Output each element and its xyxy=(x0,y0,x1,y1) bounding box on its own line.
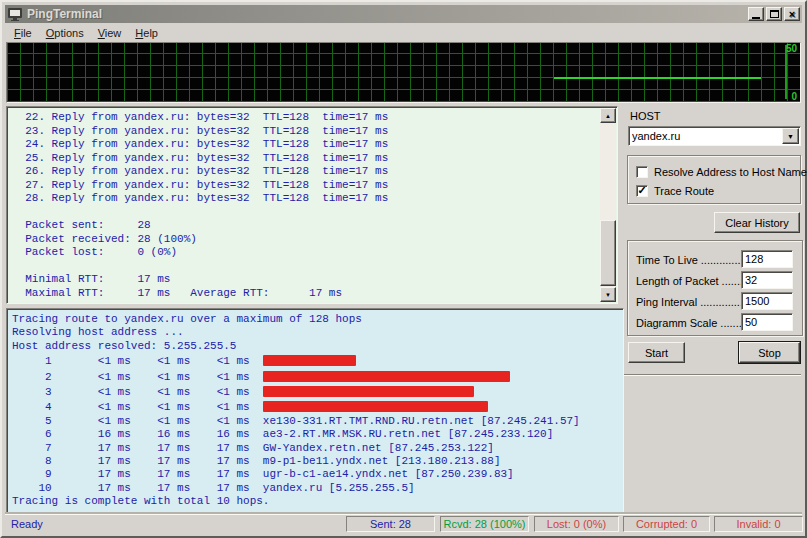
field-row: Diagramm Scale ......... xyxy=(636,312,802,333)
ping-graph-trace xyxy=(554,77,761,79)
host-input[interactable] xyxy=(632,129,780,143)
trace-output-text: Tracing route to yandex.ru over a maximu… xyxy=(12,313,620,512)
trace-line-text: 5 <1 ms <1 ms <1 ms xe130-331.RT.TMT.RND… xyxy=(12,415,580,427)
redaction-bar xyxy=(263,386,474,397)
menu-bar: FileOptionsViewHelp xyxy=(5,24,802,42)
chevron-down-icon: ▼ xyxy=(787,133,794,140)
clear-history-label: Clear History xyxy=(725,217,789,229)
status-bar: Ready Sent: 28Rcvd: 28 (100%)Lost: 0 (0%… xyxy=(5,514,802,533)
trace-line-text: 4 <1 ms <1 ms <1 ms xyxy=(12,401,263,413)
close-icon: × xyxy=(789,9,795,20)
maximize-button[interactable] xyxy=(766,7,782,21)
field-row: Time To Live ............... xyxy=(636,249,802,270)
options-groupbox: Resolve Address to Host Name✓Trace Route xyxy=(627,155,801,204)
trace-line-text: 9 17 ms 17 ms 17 ms ugr-b-c1-ae14.yndx.n… xyxy=(12,468,514,480)
graph-scale-max: 50 xyxy=(786,43,797,54)
trace-line: 10 17 ms 17 ms 17 ms yandex.ru [5.255.25… xyxy=(12,482,620,495)
status-panel-sent: Sent: 28 xyxy=(346,516,435,532)
field-label: Ping Interval ............... xyxy=(636,296,746,308)
trace-line-text: 3 <1 ms <1 ms <1 ms xyxy=(12,386,263,398)
trace-line: 4 <1 ms <1 ms <1 ms xyxy=(12,399,620,414)
checkbox-row-trace-route[interactable]: ✓Trace Route xyxy=(636,181,800,200)
checkbox-checked-icon[interactable]: ✓ xyxy=(636,185,648,197)
stop-button[interactable]: Stop xyxy=(739,342,800,363)
status-panel-rcvd: Rcvd: 28 (100%) xyxy=(440,516,529,532)
trace-line-text: 8 17 ms 17 ms 17 ms m9-p1-be11.yndx.net … xyxy=(12,455,500,467)
trace-line-text: 10 17 ms 17 ms 17 ms yandex.ru [5.255.25… xyxy=(12,482,415,494)
scroll-down-button[interactable]: ▼ xyxy=(600,287,616,302)
title-bar[interactable]: PingTerminal × xyxy=(5,5,802,23)
trace-line: Tracing is complete with total 10 hops. xyxy=(12,495,620,508)
redaction-bar xyxy=(263,371,510,382)
field-row: Ping Interval ............... xyxy=(636,291,802,312)
trace-line-text: 2 <1 ms <1 ms <1 ms xyxy=(12,371,263,383)
checkbox-label: Trace Route xyxy=(654,185,714,197)
ping-output-scrollbar[interactable]: ▲ ▼ xyxy=(600,108,616,302)
trace-line: 6 16 ms 16 ms 16 ms ae3-2.RT.MR.MSK.RU.r… xyxy=(12,428,620,441)
app-icon xyxy=(8,8,23,21)
stop-label: Stop xyxy=(758,347,781,359)
menu-item-file[interactable]: File xyxy=(7,25,39,41)
host-label: HOST xyxy=(630,110,661,122)
redaction-bar xyxy=(263,401,488,412)
trace-line: 8 17 ms 17 ms 17 ms m9-p1-be11.yndx.net … xyxy=(12,455,620,468)
start-button[interactable]: Start xyxy=(628,342,685,363)
status-panel-corrupted: Corrupted: 0 xyxy=(623,516,710,532)
trace-line-text: Host address resolved: 5.255.255.5 xyxy=(12,340,236,352)
trace-line-text: 1 <1 ms <1 ms <1 ms xyxy=(12,355,263,367)
scroll-up-button[interactable]: ▲ xyxy=(600,108,616,123)
trace-line: 1 <1 ms <1 ms <1 ms xyxy=(12,353,620,368)
field-label: Time To Live ............... xyxy=(636,254,747,266)
field-input-ping-interval[interactable] xyxy=(741,292,793,310)
close-button[interactable]: × xyxy=(784,7,800,21)
menu-item-view[interactable]: View xyxy=(91,25,129,41)
host-combobox[interactable]: ▼ xyxy=(628,126,801,146)
trace-line-text: Tracing is complete with total 10 hops. xyxy=(12,495,269,507)
trace-line-text: 6 16 ms 16 ms 16 ms ae3-2.RT.MR.MSK.RU.r… xyxy=(12,428,553,440)
menu-item-options[interactable]: Options xyxy=(39,25,91,41)
trace-line: 3 <1 ms <1 ms <1 ms xyxy=(12,384,620,399)
trace-line-text: Tracing route to yandex.ru over a maximu… xyxy=(12,313,362,325)
scrollbar-thumb[interactable] xyxy=(600,220,616,286)
trace-line: 5 <1 ms <1 ms <1 ms xe130-331.RT.TMT.RND… xyxy=(12,415,620,428)
ping-output-text: 22. Reply from yandex.ru: bytes=32 TTL=1… xyxy=(12,111,598,301)
window-title: PingTerminal xyxy=(27,7,102,21)
ping-graph-grid: 50 0 xyxy=(7,43,800,102)
ping-graph: 50 0 xyxy=(6,42,801,103)
start-label: Start xyxy=(645,347,668,359)
scroll-up-icon: ▲ xyxy=(605,113,611,119)
window-controls: × xyxy=(748,7,802,21)
status-panel-invalid: Invalid: 0 xyxy=(714,516,803,532)
graph-scale-min: 0 xyxy=(791,91,797,102)
app-window: PingTerminal × FileOptionsViewHelp 50 0 … xyxy=(0,0,807,538)
field-label: Diagramm Scale ......... xyxy=(636,317,748,329)
checkbox-row-resolve-address-to-host-name[interactable]: Resolve Address to Host Name xyxy=(636,162,800,181)
minimize-button[interactable] xyxy=(748,7,764,21)
parameters-groupbox: Time To Live ...............Length of Pa… xyxy=(627,240,803,336)
status-panel-lost: Lost: 0 (0%) xyxy=(534,516,619,532)
maximize-icon xyxy=(770,10,779,18)
trace-line: 9 17 ms 17 ms 17 ms ugr-b-c1-ae14.yndx.n… xyxy=(12,468,620,481)
checkbox-unchecked-icon[interactable] xyxy=(636,166,648,178)
host-dropdown-button[interactable]: ▼ xyxy=(782,128,799,144)
trace-line-text: Resolving host address ... xyxy=(12,326,184,338)
clear-history-button[interactable]: Clear History xyxy=(714,212,800,233)
trace-line-text: 7 17 ms 17 ms 17 ms GW-Yandex.retn.net [… xyxy=(12,442,494,454)
menu-item-help[interactable]: Help xyxy=(128,25,165,41)
field-input-length-of-packet[interactable] xyxy=(741,271,793,289)
trace-line: Tracing route to yandex.ru over a maximu… xyxy=(12,313,620,326)
ping-output-pane: 22. Reply from yandex.ru: bytes=32 TTL=1… xyxy=(6,106,618,304)
field-label: Length of Packet ........ xyxy=(636,275,746,287)
field-input-diagramm-scale[interactable] xyxy=(741,313,793,331)
field-row: Length of Packet ........ xyxy=(636,270,802,291)
field-input-time-to-live[interactable] xyxy=(741,250,793,268)
checkbox-label: Resolve Address to Host Name xyxy=(654,166,807,178)
trace-output-pane: Tracing route to yandex.ru over a maximu… xyxy=(6,308,624,515)
trace-line: Resolving host address ... xyxy=(12,326,620,339)
trace-line: 7 17 ms 17 ms 17 ms GW-Yandex.retn.net [… xyxy=(12,442,620,455)
trace-line: Host address resolved: 5.255.255.5 xyxy=(12,340,620,353)
redaction-bar xyxy=(263,355,356,366)
minimize-icon xyxy=(752,17,760,19)
status-ready: Ready xyxy=(11,518,43,530)
trace-line: 2 <1 ms <1 ms <1 ms xyxy=(12,369,620,384)
